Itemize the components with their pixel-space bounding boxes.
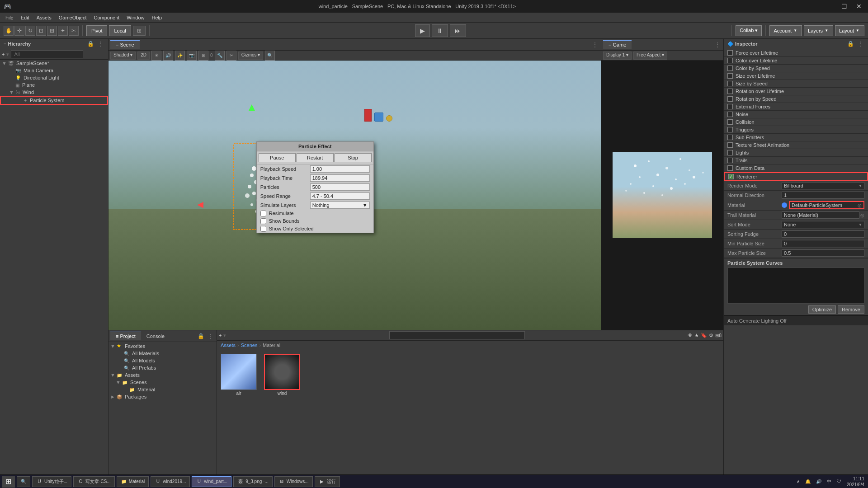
shading-dropdown[interactable]: Shaded ▾ [110,52,136,60]
game-menu[interactable]: ⋮ [713,42,722,48]
size-speed-checkbox[interactable] [727,81,733,86]
close-button[interactable]: ✕ [854,2,864,11]
move-tool[interactable]: ✛ [14,26,24,36]
pivot-button[interactable]: Pivot [86,25,107,36]
aspect-dropdown[interactable]: Free Aspect ▾ [633,52,667,60]
breadcrumb-assets[interactable]: Assets [221,343,236,348]
menu-edit[interactable]: Edit [17,14,33,21]
add-icon[interactable]: + [219,333,222,338]
layout-dropdown[interactable]: Layout [835,25,864,36]
gizmos-dropdown[interactable]: Gizmos ▾ [238,52,264,60]
hierarchy-menu[interactable]: ⋮ [96,41,104,47]
start-button[interactable]: ⊞ [2,476,15,488]
tree-assets[interactable]: ▼ 📁 Assets [108,371,217,379]
render-mode-dropdown[interactable]: Billboard [782,182,864,189]
show-only-selected-checkbox[interactable] [260,226,266,232]
scale-tool[interactable]: ⊡ [36,26,46,36]
inspector-size-over-lifetime[interactable]: Size over Lifetime [724,72,868,80]
inspector-lock[interactable]: 🔒 [846,41,855,47]
project-search[interactable] [389,331,525,339]
asset-wind[interactable]: wind [264,354,300,396]
taskbar-run[interactable]: ▶ 运行 [315,476,340,487]
taskbar-write-article[interactable]: C 写文章-CS... [73,476,115,487]
noise-checkbox[interactable] [727,112,733,117]
menu-help[interactable]: Help [148,14,165,21]
restart-button[interactable]: Restart [297,153,334,162]
material-select-icon[interactable]: ◎ [858,203,862,208]
scene-cut[interactable]: ✂ [226,51,236,61]
inspector-force-over-lifetime[interactable]: Force over Lifetime [724,49,868,57]
taskbar-windows[interactable]: 🖥 Windows... [274,476,313,487]
inspector-rotation-over-lifetime[interactable]: Rotation over Lifetime [724,88,868,95]
asset-air[interactable]: air [221,354,257,396]
scene-search-icon[interactable]: 🔍 [265,51,275,61]
scene-snap[interactable]: 🔧 [215,51,225,61]
material-value[interactable]: Default-ParticleSystem ◎ [789,201,864,209]
breadcrumb-scenes[interactable]: Scenes [241,343,258,348]
lights-checkbox[interactable] [727,150,733,155]
eye-icon[interactable]: 👁 [688,333,693,338]
scene-camera[interactable]: 📷 [187,51,197,61]
trail-material-select[interactable]: ◎ [860,213,864,218]
menu-gameobject[interactable]: GameObject [55,14,90,21]
inspector-renderer[interactable]: ✓ Renderer [724,172,868,181]
pause-button[interactable]: Pause [259,153,296,162]
external-forces-checkbox[interactable] [727,104,733,109]
inspector-sub-emitters[interactable]: Sub Emitters [724,134,868,141]
layers-dropdown[interactable]: Layers [804,25,833,36]
tree-material[interactable]: 📁 Material [108,386,217,393]
tree-scenes[interactable]: ▼ 📁 Scenes [108,379,217,386]
simulate-layers-dropdown[interactable]: Nothing ▼ [310,202,370,209]
taskbar-search[interactable]: 🔍 [17,476,30,487]
tree-all-models[interactable]: 🔍 All Models [108,357,217,364]
inspector-color-over-lifetime[interactable]: Color over Lifetime [724,57,868,65]
play-button[interactable]: ▶ [415,24,430,37]
optimize-button[interactable]: Optimize [808,305,836,314]
project-lock[interactable]: 🔒 [196,333,206,339]
inspector-collision[interactable]: Collision [724,118,868,126]
star-icon[interactable]: ★ [694,333,699,338]
menu-window[interactable]: Window [123,14,148,21]
inspector-custom-data[interactable]: Custom Data [724,164,868,172]
tree-directional-light[interactable]: 💡 Directional Light [0,74,108,81]
hierarchy-search[interactable] [11,50,83,58]
rect-tool[interactable]: ⊞ [47,26,57,36]
pause-button[interactable]: ⏸ [432,24,448,37]
tree-favorites[interactable]: ▼ ★ Favorites [108,342,217,350]
systray-shield[interactable]: 🛡 [835,479,843,484]
inspector-external-forces[interactable]: External Forces [724,103,868,111]
scene-fx[interactable]: ✨ [175,51,185,61]
size-lifetime-checkbox[interactable] [727,73,733,79]
scene-lighting[interactable]: ☀ [151,51,161,61]
tree-sample-scene[interactable]: ▼ 🎬 SampleScene* [0,60,108,67]
inspector-size-by-speed[interactable]: Size by Speed [724,80,868,88]
settings-icon[interactable]: ⚙ [709,333,713,338]
renderer-checkbox[interactable]: ✓ [728,174,734,179]
taskbar-wind-part[interactable]: U wind_part... [192,476,231,487]
resimulate-checkbox[interactable] [260,211,266,216]
inspector-triggers[interactable]: Triggers [724,126,868,134]
display-dropdown[interactable]: Display 1 ▾ [603,52,632,60]
taskbar-wind2019[interactable]: U wind2019... [151,476,190,487]
tree-packages[interactable]: ► 📦 Packages [108,393,217,400]
account-dropdown[interactable]: Account [769,25,802,36]
menu-assets[interactable]: Assets [33,14,55,21]
stop-button[interactable]: Stop [335,153,372,162]
systray-notification[interactable]: 🔔 [803,479,812,484]
force-checkbox[interactable] [727,50,733,56]
tree-plane[interactable]: ▣ Plane [0,81,108,89]
project-menu[interactable]: ⋮ [207,333,215,339]
tree-main-camera[interactable]: 📷 Main Camera [0,67,108,74]
inspector-lights[interactable]: Lights [724,149,868,157]
sub-emitters-checkbox[interactable] [727,135,733,140]
local-button[interactable]: Local [109,25,131,36]
inspector-color-by-speed[interactable]: Color by Speed [724,65,868,72]
taskbar-material-folder[interactable]: 📁 Material [117,476,149,487]
systray-ime[interactable]: 中 [825,479,833,485]
texture-sheet-checkbox[interactable] [727,142,733,148]
bookmark-icon[interactable]: 🔖 [701,333,707,338]
color-lifetime-checkbox[interactable] [727,58,733,63]
trails-checkbox[interactable] [727,158,733,163]
tab-game[interactable]: ≡ Game [603,40,632,49]
tree-particle-system[interactable]: ✦ Particle System [0,96,108,105]
